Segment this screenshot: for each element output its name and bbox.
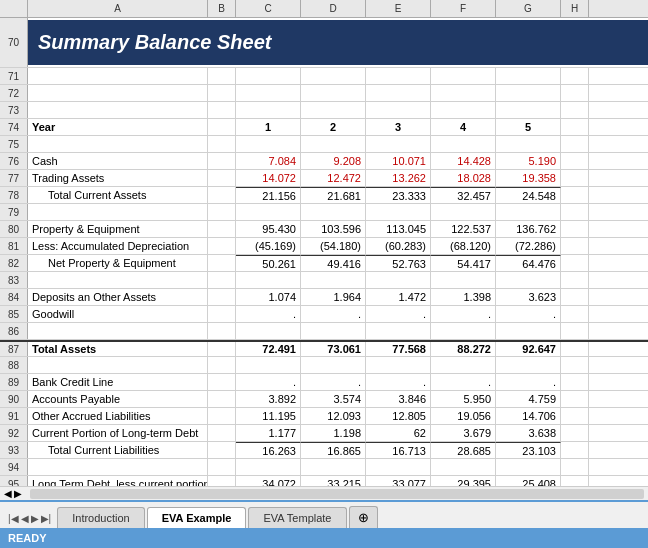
cell-89-b: Bank Credit Line <box>28 374 208 390</box>
row-88: 88 <box>0 357 648 374</box>
cell-85-g: . <box>431 306 496 322</box>
cell-90-h: 4.759 <box>496 391 561 407</box>
cell-93-h: 23.103 <box>496 442 561 458</box>
cell-81-f: (60.283) <box>366 238 431 254</box>
cell-78-e: 21.681 <box>301 187 366 203</box>
col-header-e[interactable]: E <box>366 0 431 17</box>
cell-76-d: 7.084 <box>236 153 301 169</box>
row-86: 86 <box>0 323 648 340</box>
col-header-a[interactable]: A <box>28 0 208 17</box>
cell-82-g: 54.417 <box>431 255 496 271</box>
cell-80-d: 95.430 <box>236 221 301 237</box>
cell-95-b: Long Term Debt, less current portion <box>28 476 208 486</box>
cell-77-b: Trading Assets <box>28 170 208 186</box>
cell-95-e: 33.215 <box>301 476 366 486</box>
column-headers: A B C D E F G H <box>0 0 648 18</box>
col-header-f[interactable]: F <box>431 0 496 17</box>
horizontal-scrollbar[interactable]: ◀ ▶ <box>0 486 648 500</box>
row-num-94: 94 <box>0 459 28 475</box>
tab-nav-prev[interactable]: ◀ <box>21 513 29 524</box>
cell-82-b: Net Property & Equipment <box>28 255 208 271</box>
cell-87-e: 73.061 <box>301 342 366 356</box>
cell-85-f: . <box>366 306 431 322</box>
cell-87-g: 88.272 <box>431 342 496 356</box>
cell-91-h: 14.706 <box>496 408 561 424</box>
cell-76-e: 9.208 <box>301 153 366 169</box>
cell-90-e: 3.574 <box>301 391 366 407</box>
cell-78-g: 32.457 <box>431 187 496 203</box>
scroll-left-icon[interactable]: ◀ <box>4 488 12 499</box>
row-num-93: 93 <box>0 442 28 458</box>
row-80: 80 Property & Equipment 95.430 103.596 1… <box>0 221 648 238</box>
col-header-h[interactable]: H <box>561 0 589 17</box>
row-76: 76 Cash 7.084 9.208 10.071 14.428 5.190 <box>0 153 648 170</box>
tab-eva-template[interactable]: EVA Template <box>248 507 346 528</box>
add-sheet-button[interactable]: ⊕ <box>349 506 378 528</box>
row-num-80: 80 <box>0 221 28 237</box>
cell-95-h: 25.408 <box>496 476 561 486</box>
cell-74-b: Year <box>28 119 208 135</box>
cell-71-i <box>561 68 589 84</box>
col-header-d[interactable]: D <box>301 0 366 17</box>
cell-82-f: 52.763 <box>366 255 431 271</box>
row-num-82: 82 <box>0 255 28 271</box>
cell-92-f: 62 <box>366 425 431 441</box>
row-94: 94 <box>0 459 648 476</box>
tab-nav-first[interactable]: |◀ <box>8 513 19 524</box>
row-num-91: 91 <box>0 408 28 424</box>
cell-81-h: (72.286) <box>496 238 561 254</box>
col-header-c[interactable]: C <box>236 0 301 17</box>
cell-80-f: 113.045 <box>366 221 431 237</box>
cell-93-b: Total Current Liabilities <box>28 442 208 458</box>
tab-nav-last[interactable]: ▶| <box>41 513 52 524</box>
cell-81-g: (68.120) <box>431 238 496 254</box>
cell-95-d: 34.072 <box>236 476 301 486</box>
row-84: 84 Deposits an Other Assets 1.074 1.964 … <box>0 289 648 306</box>
cell-78-d: 21.156 <box>236 187 301 203</box>
row-num-79: 79 <box>0 204 28 220</box>
row-num-84: 84 <box>0 289 28 305</box>
row-85: 85 Goodwill . . . . . <box>0 306 648 323</box>
cell-71-h <box>496 68 561 84</box>
cell-78-h: 24.548 <box>496 187 561 203</box>
row-num-76: 76 <box>0 153 28 169</box>
scrollbar-track[interactable] <box>30 489 644 499</box>
row-num-73: 73 <box>0 102 28 118</box>
row-70: 70 Summary Balance Sheet <box>0 18 648 68</box>
row-num-85: 85 <box>0 306 28 322</box>
cell-90-g: 5.950 <box>431 391 496 407</box>
tab-nav-next[interactable]: ▶ <box>31 513 39 524</box>
cell-80-h: 136.762 <box>496 221 561 237</box>
cell-87-f: 77.568 <box>366 342 431 356</box>
cell-90-d: 3.892 <box>236 391 301 407</box>
row-78: 78 Total Current Assets 21.156 21.681 23… <box>0 187 648 204</box>
row-num-77: 77 <box>0 170 28 186</box>
col-header-rownum <box>0 0 28 17</box>
cell-71-b <box>28 68 208 84</box>
cell-80-b: Property & Equipment <box>28 221 208 237</box>
row-num-71: 71 <box>0 68 28 84</box>
scroll-right-icon[interactable]: ▶ <box>14 488 22 499</box>
row-75: 75 <box>0 136 648 153</box>
cell-77-e: 12.472 <box>301 170 366 186</box>
cell-80-g: 122.537 <box>431 221 496 237</box>
spreadsheet-title: Summary Balance Sheet <box>38 31 271 54</box>
row-num-88: 88 <box>0 357 28 373</box>
cell-84-b: Deposits an Other Assets <box>28 289 208 305</box>
cell-70-b: Summary Balance Sheet <box>28 18 648 67</box>
tab-introduction[interactable]: Introduction <box>57 507 144 528</box>
row-82: 82 Net Property & Equipment 50.261 49.41… <box>0 255 648 272</box>
row-num-78: 78 <box>0 187 28 203</box>
cell-92-b: Current Portion of Long-term Debt <box>28 425 208 441</box>
cell-84-d: 1.074 <box>236 289 301 305</box>
row-87: 87 Total Assets 72.491 73.061 77.568 88.… <box>0 340 648 357</box>
row-81: 81 Less: Accumulated Depreciation (45.16… <box>0 238 648 255</box>
row-num-95: 95 <box>0 476 28 486</box>
col-header-b[interactable]: B <box>208 0 236 17</box>
tab-eva-example[interactable]: EVA Example <box>147 507 247 528</box>
row-num-87: 87 <box>0 342 28 356</box>
col-header-g[interactable]: G <box>496 0 561 17</box>
cell-91-e: 12.093 <box>301 408 366 424</box>
cell-78-b: Total Current Assets <box>28 187 208 203</box>
row-72: 72 <box>0 85 648 102</box>
